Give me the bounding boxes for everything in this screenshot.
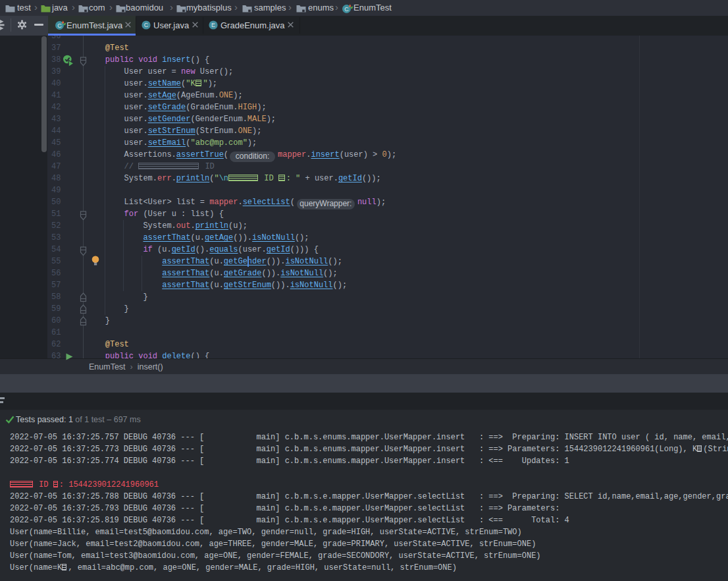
svg-text:C: C (144, 22, 149, 28)
svg-text:C: C (344, 6, 349, 13)
svg-text:E: E (211, 22, 215, 28)
svg-text:C: C (57, 22, 62, 29)
